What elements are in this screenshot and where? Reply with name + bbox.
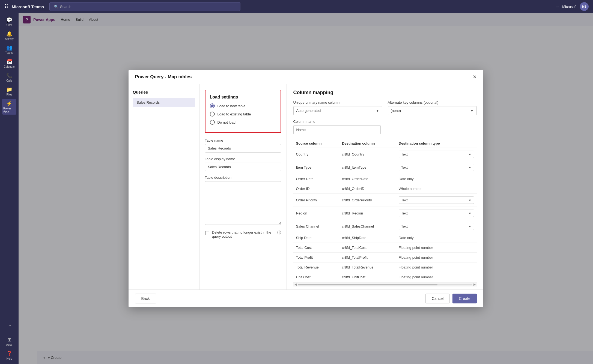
alternate-key-label: Alternate key columns (optional) (388, 100, 477, 105)
destination-type-cell[interactable]: Text▼ (396, 161, 477, 174)
table-name-input[interactable] (205, 144, 281, 153)
unique-primary-value: Auto-generated (296, 109, 321, 113)
chevron-down-icon: ▼ (469, 166, 472, 169)
radio-do-not-load[interactable]: Do not load (210, 120, 276, 125)
table-row: Item Typecr8fd_ItemTypeText▼ (293, 161, 477, 174)
waffle-icon[interactable]: ⠿ (4, 3, 8, 10)
table-row: Order Prioritycr8fd_OrderPriorityText▼ (293, 194, 477, 207)
radio-load-existing-table[interactable]: Load to existing table (210, 112, 276, 117)
query-item-sales-records[interactable]: Sales Records (133, 98, 195, 107)
load-settings-box: Load settings Load to new table Load to … (205, 90, 281, 133)
table-row: Sales Channelcr8fd_SalesChannelText▼ (293, 220, 477, 233)
sidebar-item-more[interactable]: ··· (2, 321, 16, 330)
destination-type-cell[interactable]: Text▼ (396, 220, 477, 233)
sidebar-item-calendar[interactable]: 📅 Calendar (2, 57, 16, 70)
type-select-dropdown[interactable]: Text▼ (399, 164, 474, 171)
sidebar-item-powerapps[interactable]: ⚡ Power Apps (2, 99, 16, 115)
type-select-dropdown[interactable]: Text▼ (399, 151, 474, 158)
queries-heading: Queries (133, 90, 195, 94)
table-row: Order Datecr8fd_OrderDateDate only (293, 174, 477, 184)
mapping-top-row: Unique primary name column Auto-generate… (293, 100, 477, 115)
column-name-input[interactable] (293, 125, 381, 134)
load-settings-heading: Load settings (210, 95, 276, 100)
search-icon: 🔍 (54, 5, 58, 9)
info-icon[interactable]: ⓘ (277, 230, 281, 235)
sidebar-item-chat[interactable]: 💬 Chat (2, 15, 16, 28)
type-select-dropdown[interactable]: Text▼ (399, 223, 474, 230)
destination-column-cell: cr8fd_ItemType (339, 161, 396, 174)
more-icon: ··· (7, 322, 11, 328)
modal-footer: Back Cancel Create (129, 290, 483, 307)
sidebar-item-calls[interactable]: 📞 Calls (2, 71, 16, 84)
destination-column-cell: cr8fd_SalesChannel (339, 220, 396, 233)
queries-panel: Queries Sales Records (129, 84, 199, 290)
apps-icon: ⊞ (7, 337, 11, 343)
search-bar[interactable]: 🔍 Search (49, 2, 240, 11)
source-column-cell: Order Priority (293, 194, 339, 207)
destination-type-cell[interactable]: Text▼ (396, 148, 477, 161)
type-select-dropdown[interactable]: Text▼ (399, 210, 474, 217)
radio-button-existing-table[interactable] (210, 112, 215, 117)
source-column-cell: Region (293, 207, 339, 220)
table-header-row: Source column Destination column Destina… (293, 139, 477, 148)
unique-primary-select[interactable]: Auto-generated ▼ (293, 106, 382, 115)
modal-close-button[interactable]: ✕ (473, 74, 477, 79)
table-description-group: Table description (205, 175, 281, 226)
sidebar-item-activity[interactable]: 🔔 Activity (2, 29, 16, 42)
table-display-name-group: Table display name (205, 157, 281, 171)
chevron-down-icon: ▼ (469, 212, 472, 215)
table-row: Unit Costcr8fd_UnitCostFloating point nu… (293, 272, 477, 282)
radio-label-existing-table: Load to existing table (217, 112, 251, 116)
destination-type-cell[interactable]: Text▼ (396, 194, 477, 207)
destination-column-cell: cr8fd_ShipDate (339, 233, 396, 243)
user-name: Microsoft (562, 5, 577, 9)
table-name-label: Table name (205, 138, 281, 142)
radio-load-new-table[interactable]: Load to new table (210, 103, 276, 108)
table-description-textarea[interactable] (205, 181, 281, 225)
table-display-name-label: Table display name (205, 157, 281, 161)
sidebar-item-label: Help (7, 357, 12, 360)
destination-column-cell: cr8fd_TotalRevenue (339, 262, 396, 272)
help-icon: ❓ (6, 351, 12, 357)
cancel-button[interactable]: Cancel (425, 294, 450, 303)
search-placeholder: Search (60, 5, 71, 9)
radio-button-do-not-load[interactable] (210, 120, 215, 125)
type-plain-text: Floating point number (399, 246, 433, 250)
table-display-name-input[interactable] (205, 163, 281, 171)
alternate-key-group: Alternate key columns (optional) (none) … (388, 100, 477, 115)
destination-column-cell: cr8fd_UnitCost (339, 272, 396, 282)
delete-rows-label: Delete rows that no longer exist in the … (212, 230, 273, 238)
sidebar-item-apps[interactable]: ⊞ Apps (2, 335, 16, 348)
radio-button-new-table[interactable] (210, 103, 215, 108)
unique-primary-label: Unique primary name column (293, 100, 382, 105)
delete-rows-checkbox[interactable] (205, 231, 209, 235)
sidebar-item-files[interactable]: 📁 Files (2, 85, 16, 98)
type-plain-text: Date only (399, 236, 414, 240)
back-button[interactable]: Back (135, 294, 156, 303)
destination-type-cell[interactable]: Text▼ (396, 207, 477, 220)
alternate-key-select[interactable]: (none) ▼ (388, 106, 477, 115)
sidebar-item-help[interactable]: ❓ Help (2, 349, 16, 362)
chat-icon: 💬 (6, 17, 12, 23)
teams-icon: 👥 (6, 45, 12, 51)
destination-type-cell: Floating point number (396, 253, 477, 262)
activity-icon: 🔔 (6, 31, 12, 37)
create-button[interactable]: Create (452, 294, 476, 303)
type-plain-text: Floating point number (399, 255, 433, 259)
avatar[interactable]: MS (580, 2, 589, 11)
type-select-dropdown[interactable]: Text▼ (399, 196, 474, 204)
sidebar-item-teams[interactable]: 👥 Teams (2, 43, 16, 56)
radio-label-do-not-load: Do not load (217, 120, 236, 124)
destination-column-cell: cr8fd_TotalCost (339, 243, 396, 253)
destination-type-cell: Whole number (396, 184, 477, 194)
sidebar-item-label: Chat (6, 23, 12, 26)
teams-main: P Power Apps Home Build About Power Quer… (19, 13, 593, 364)
modal-title: Power Query - Map tables (135, 74, 192, 80)
horizontal-scrollbar[interactable]: ◀ ▶ (293, 282, 477, 287)
chevron-down-icon: ▼ (469, 225, 472, 228)
destination-type-cell: Date only (396, 233, 477, 243)
modal-dialog: Power Query - Map tables ✕ Queries Sales… (129, 70, 483, 307)
more-options-icon[interactable]: ··· (556, 5, 559, 9)
sidebar-item-label: Activity (5, 37, 14, 40)
modal-header: Power Query - Map tables ✕ (129, 70, 483, 84)
